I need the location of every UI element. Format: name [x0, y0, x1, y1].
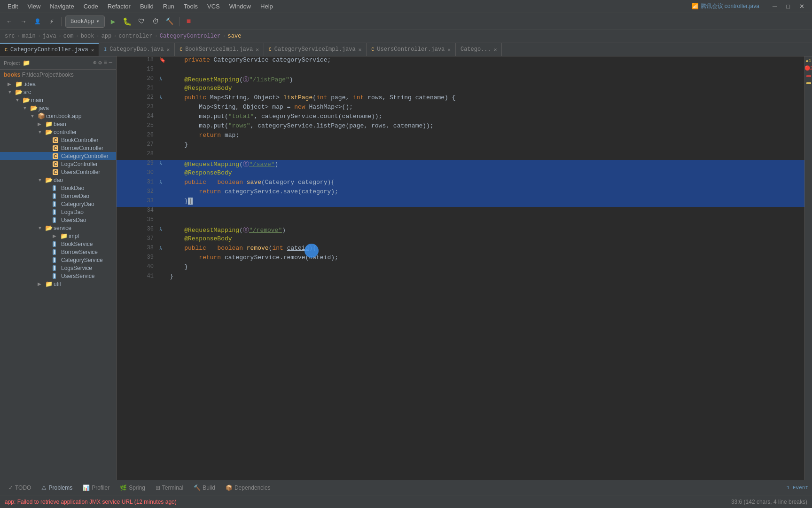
window-maximize[interactable]: □: [782, 2, 794, 11]
close-tab-category-controller[interactable]: ✕: [91, 47, 94, 53]
tab-category-controller[interactable]: C CategoryController.java ✕: [0, 43, 99, 56]
project-root[interactable]: books F:\IdeaProject\books: [0, 70, 116, 80]
tab-book-service-impl[interactable]: C BookServiceImpl.java ✕: [175, 43, 264, 56]
window-minimize[interactable]: ─: [769, 2, 781, 11]
profiler-icon: 📊: [83, 484, 90, 491]
code-editor[interactable]: ▲1 🔴2 18 🔖 private CategoryService categ…: [117, 56, 812, 480]
bottom-tab-todo[interactable]: ✓ TODO: [4, 483, 36, 493]
tree-item-src[interactable]: ▼ 📂 src: [0, 88, 116, 96]
tree-item-users-service[interactable]: I UsersService: [0, 272, 116, 280]
bottom-tab-build[interactable]: 🔨 Build: [189, 483, 220, 493]
close-tab-book-service-impl[interactable]: ✕: [256, 47, 259, 53]
menu-item-build[interactable]: Build: [136, 2, 157, 11]
tree-item-service[interactable]: ▼ 📂 service: [0, 224, 116, 232]
tree-item-logs-controller[interactable]: C LogsController: [0, 160, 116, 168]
code-line-38: 38 λ public boolean remove(int cateid){: [117, 245, 812, 254]
stop-button[interactable]: ■: [183, 16, 195, 27]
run-button[interactable]: ▶: [108, 16, 119, 27]
tree-item-logs-service[interactable]: I LogsService: [0, 264, 116, 272]
menu-item-edit[interactable]: Edit: [4, 2, 22, 11]
bottom-tab-spring[interactable]: 🌿 Spring: [115, 483, 150, 493]
breadcrumb-com[interactable]: com: [63, 33, 74, 40]
interface-i-icon-borrow: I: [53, 192, 61, 199]
breadcrumb-class[interactable]: CategoryController: [160, 33, 221, 40]
tree-item-borrow-dao[interactable]: I BorrowDao: [0, 192, 116, 200]
breadcrumb-src[interactable]: src: [5, 33, 15, 40]
todo-icon: ✓: [8, 484, 13, 491]
breadcrumb-app[interactable]: app: [102, 33, 112, 40]
tree-item-category-controller[interactable]: C CategoryController: [0, 152, 116, 160]
sidebar-tool-scope[interactable]: ⊕: [93, 59, 96, 66]
close-tab-category-dao[interactable]: ✕: [167, 47, 170, 53]
tree-item-borrow-service[interactable]: I BorrowService: [0, 248, 116, 256]
breadcrumb-controller[interactable]: controller: [118, 33, 152, 40]
tree-item-impl[interactable]: ▶ 📁 impl: [0, 232, 116, 240]
error-marker[interactable]: [806, 75, 811, 77]
warning-marker[interactable]: [806, 82, 811, 84]
tab-users-controller[interactable]: C UsersController.java ✕: [367, 43, 456, 56]
tree-item-controller[interactable]: ▼ 📂 controller: [0, 128, 116, 136]
tree-item-borrow-controller[interactable]: C BorrowController: [0, 144, 116, 152]
menu-item-run[interactable]: Run: [159, 2, 178, 11]
menu-item-view[interactable]: View: [23, 2, 44, 11]
tree-item-bean[interactable]: ▶ 📁 bean: [0, 120, 116, 128]
tree-item-util[interactable]: ▶ 📁 util: [0, 280, 116, 288]
tree-item-book-controller[interactable]: C BookController: [0, 136, 116, 144]
menu-item-navigate[interactable]: Navigate: [46, 2, 78, 11]
code-line-30: 30 @ResponseBody: [117, 169, 812, 179]
tree-item-category-service[interactable]: I CategoryService: [0, 256, 116, 264]
breadcrumb-main[interactable]: main: [22, 33, 36, 40]
tree-item-users-controller[interactable]: C UsersController: [0, 168, 116, 176]
menu-item-refactor[interactable]: Refactor: [104, 2, 134, 11]
sidebar-tool-gear[interactable]: ⚙: [98, 59, 102, 66]
tree-item-logs-dao[interactable]: I LogsDao: [0, 208, 116, 216]
profiler-button[interactable]: ⏱: [150, 16, 161, 27]
window-close[interactable]: ✕: [796, 2, 808, 11]
close-tab-category-service-impl[interactable]: ✕: [359, 47, 362, 53]
breadcrumb-method[interactable]: save: [228, 33, 242, 40]
menu-item-code[interactable]: Code: [80, 2, 102, 11]
sidebar-tool-layout[interactable]: ≡: [104, 59, 107, 66]
toolbar-separator-2: [179, 17, 180, 26]
menu-item-tools[interactable]: Tools: [180, 2, 202, 11]
code-line-40: 40 }: [117, 263, 812, 273]
tree-item-java[interactable]: ▼ 📂 java: [0, 104, 116, 112]
tab-category-service-impl[interactable]: C CategoryServiceImpl.java ✕: [264, 43, 367, 56]
close-tab-users-controller[interactable]: ✕: [447, 47, 451, 53]
sidebar-tool-close[interactable]: —: [109, 59, 112, 66]
tab-catego-truncated[interactable]: Catego... ✕: [456, 43, 502, 56]
tree-item-dao[interactable]: ▼ 📂 dao: [0, 176, 116, 184]
tree-item-book-dao[interactable]: I BookDao: [0, 184, 116, 192]
breadcrumb-java[interactable]: java: [43, 33, 56, 40]
menu-item-vcs[interactable]: VCS: [203, 2, 224, 11]
bottom-tab-problems[interactable]: ⚠ Problems: [37, 483, 77, 493]
debug-button[interactable]: 🐛: [122, 16, 133, 27]
code-table: 18 🔖 private CategoryService categorySer…: [117, 56, 812, 282]
event-log-label[interactable]: 1 Event: [787, 485, 808, 491]
class-c-icon-category: C: [53, 152, 61, 159]
recent-files-button[interactable]: 👤: [32, 16, 43, 27]
problems-icon: ⚠: [41, 484, 47, 491]
bottom-tab-dependencies[interactable]: 📦 Dependencies: [221, 483, 275, 493]
tab-category-dao[interactable]: I CategoryDao.java ✕: [99, 43, 175, 56]
tree-item-book-service[interactable]: I BookService: [0, 240, 116, 248]
tree-item-idea[interactable]: ▶ 📁 .idea: [0, 80, 116, 88]
run-config-selector[interactable]: BookApp ▾: [65, 16, 105, 28]
terminal-icon: ⊞: [156, 484, 160, 491]
close-tab-catego[interactable]: ✕: [494, 47, 497, 53]
bottom-tab-terminal[interactable]: ⊞ Terminal: [151, 483, 188, 493]
run-with-coverage-button[interactable]: 🛡: [136, 16, 147, 27]
tree-item-main[interactable]: ▼ 📂 main: [0, 96, 116, 104]
menu-item-help[interactable]: Help: [257, 2, 277, 11]
build-button[interactable]: 🔨: [164, 16, 175, 27]
breadcrumb-book[interactable]: book: [81, 33, 94, 40]
bottom-tab-profiler[interactable]: 📊 Profiler: [78, 483, 114, 493]
back-button[interactable]: ←: [4, 16, 15, 27]
tree-item-users-dao[interactable]: I UsersDao: [0, 216, 116, 224]
tree-item-category-dao[interactable]: I CategoryDao: [0, 200, 116, 208]
tree-item-com-book-app[interactable]: ▼ 📦 com.book.app: [0, 112, 116, 120]
menu-item-window[interactable]: Window: [226, 2, 255, 11]
forward-button[interactable]: →: [18, 16, 29, 27]
warning-count-label: 🔴2: [804, 65, 812, 71]
navigate-button[interactable]: ⚡: [46, 16, 57, 27]
